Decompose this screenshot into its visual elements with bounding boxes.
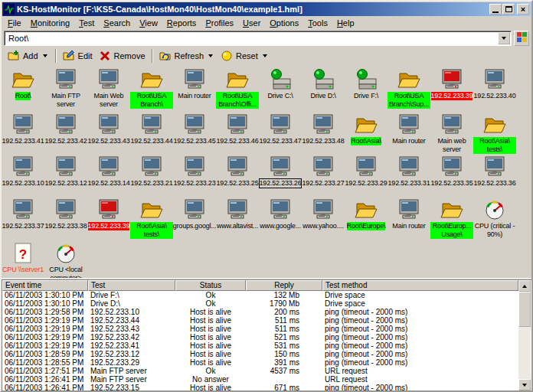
- test-item[interactable]: 192.52.233.36: [473, 155, 516, 198]
- test-item[interactable]: 192.52.233.47: [259, 113, 302, 155]
- log-row[interactable]: 06/11/2003 1:29:58 PM192.52.233.10Host i…: [2, 308, 518, 316]
- log-row[interactable]: 06/11/2003 1:29:19 PM192.52.233.43Host i…: [2, 325, 518, 333]
- test-item[interactable]: www.google...: [259, 198, 302, 241]
- test-item[interactable]: CPU <local computer>: [44, 241, 87, 278]
- log-row[interactable]: 06/11/2003 1:26:41 PM192.52.233.15Host i…: [2, 384, 518, 390]
- test-item[interactable]: 192.52.233.45: [173, 113, 216, 155]
- test-item[interactable]: 192.52.233.40: [473, 67, 516, 113]
- log-row[interactable]: 06/11/2003 1:30:10 PMDrive F:\Ok132 MbDr…: [2, 291, 518, 299]
- log-row[interactable]: 06/11/2003 1:26:41 PMMain FTP serverNo a…: [2, 375, 518, 384]
- test-item[interactable]: www.yahoo....: [302, 198, 345, 241]
- test-item[interactable]: Main Web server: [87, 67, 130, 113]
- minimize-button[interactable]: [489, 4, 502, 15]
- test-item[interactable]: 192.52.233.25: [216, 155, 259, 198]
- test-item[interactable]: Root\Asia\: [345, 113, 387, 155]
- log-row[interactable]: 06/11/2003 1:29:19 PM192.52.233.41Host i…: [2, 341, 518, 350]
- menu-item-test[interactable]: Test: [74, 18, 99, 28]
- column-header-test[interactable]: Test: [88, 280, 175, 291]
- test-item[interactable]: 192.52.233.23: [173, 155, 216, 198]
- test-item[interactable]: Root\Asia\ tests\: [473, 113, 516, 155]
- menu-item-file[interactable]: File: [3, 18, 26, 28]
- reset-button[interactable]: Reset: [217, 48, 272, 64]
- refresh-button[interactable]: Refresh: [156, 48, 218, 64]
- test-item[interactable]: Root\Europ... Usage\: [430, 198, 473, 241]
- remove-button[interactable]: Remove: [96, 48, 149, 64]
- test-item-label: 192.52.233.23: [174, 179, 216, 188]
- test-item[interactable]: ?CPU \\server1: [2, 241, 44, 278]
- dropdown-arrow-icon[interactable]: [41, 48, 49, 64]
- test-item[interactable]: Main router: [387, 198, 430, 241]
- test-item[interactable]: Main router: [173, 67, 216, 113]
- log-row[interactable]: 06/11/2003 1:28:59 PM192.52.233.12Host i…: [2, 350, 518, 358]
- test-item[interactable]: Root\USA Branch\: [130, 67, 173, 113]
- scrollbar-track[interactable]: [518, 292, 531, 379]
- test-item[interactable]: 192.52.233.41: [2, 113, 44, 155]
- test-item[interactable]: Root\Europe\: [345, 198, 387, 241]
- scrollbar-thumb[interactable]: [518, 292, 531, 327]
- menu-item-reports[interactable]: Reports: [162, 18, 201, 28]
- test-item[interactable]: 192.52.233.10: [2, 155, 44, 198]
- test-item[interactable]: 192.52.233.31: [387, 155, 430, 198]
- test-item[interactable]: Root\: [2, 67, 44, 113]
- test-item[interactable]: Drive D:\: [302, 67, 345, 113]
- test-item[interactable]: 192.52.233.48: [302, 113, 345, 155]
- test-item[interactable]: Root\USA Branch\Sup...: [387, 67, 430, 113]
- path-combo-value[interactable]: Root\: [5, 34, 498, 43]
- dropdown-arrow-icon[interactable]: [261, 48, 269, 64]
- test-item[interactable]: groups.googl...: [173, 198, 216, 241]
- scroll-up-button[interactable]: [518, 280, 531, 292]
- test-item[interactable]: Drive F:\: [345, 67, 387, 113]
- log-row[interactable]: 06/11/2003 1:29:19 PM192.52.233.42Host i…: [2, 333, 518, 341]
- test-item[interactable]: 192.52.233.14: [87, 155, 130, 198]
- test-item[interactable]: 192.52.233.29: [345, 155, 387, 198]
- menu-item-monitoring[interactable]: Monitoring: [26, 18, 74, 28]
- test-item[interactable]: 192.52.233.39: [430, 67, 473, 113]
- test-item[interactable]: Root\USA Branch\Offi...: [216, 67, 259, 113]
- title-bar[interactable]: KS-HostMonitor [F:\KS5-Canada\HostMon40\…: [2, 2, 531, 16]
- test-item[interactable]: 192.52.233.38: [44, 198, 87, 241]
- menu-item-help[interactable]: Help: [332, 18, 359, 28]
- log-row[interactable]: 06/11/2003 1:29:19 PM192.52.233.44Host i…: [2, 316, 518, 325]
- log-row[interactable]: 06/11/2003 1:30:10 PMDrive D:\Ok1790 MbD…: [2, 299, 518, 308]
- column-header-test-method[interactable]: Test method: [322, 280, 518, 291]
- test-item[interactable]: www.altavist...: [216, 198, 259, 241]
- log-row[interactable]: 06/11/2003 1:27:51 PMMain FTP serverOk45…: [2, 367, 518, 375]
- test-item[interactable]: 192.52.233.12: [44, 155, 87, 198]
- menu-item-profiles[interactable]: Profiles: [201, 18, 238, 28]
- test-item[interactable]: 192.52.233.26: [259, 155, 302, 198]
- dropdown-arrow-icon[interactable]: [207, 48, 214, 64]
- test-item[interactable]: Drive C:\: [259, 67, 302, 113]
- test-item[interactable]: 192.52.233.42: [44, 113, 87, 155]
- layout-grid-button[interactable]: [514, 31, 529, 46]
- test-item[interactable]: Root\Asia\ tests\: [130, 198, 173, 241]
- test-item[interactable]: Main FTP server: [44, 67, 87, 113]
- column-header-status[interactable]: Status: [175, 280, 246, 291]
- add-button[interactable]: Add: [5, 48, 52, 64]
- test-item[interactable]: 192.52.233.27: [302, 155, 345, 198]
- edit-button[interactable]: Edit: [60, 48, 96, 64]
- test-item[interactable]: 192.52.233.46: [216, 113, 259, 155]
- path-combo[interactable]: Root\: [4, 31, 512, 46]
- maximize-button[interactable]: [502, 4, 515, 15]
- menu-item-options[interactable]: Options: [265, 18, 303, 28]
- menu-item-view[interactable]: View: [135, 18, 162, 28]
- test-item[interactable]: 192.52.233.35: [430, 155, 473, 198]
- test-item[interactable]: 192.52.233.44: [130, 113, 173, 155]
- test-item[interactable]: 192.52.233.39: [87, 198, 130, 241]
- close-button[interactable]: ×: [517, 4, 529, 15]
- log-scrollbar[interactable]: [518, 280, 531, 390]
- menu-item-user[interactable]: User: [238, 18, 265, 28]
- test-item[interactable]: 192.52.233.37: [2, 198, 44, 241]
- test-item[interactable]: 192.52.233.21: [130, 155, 173, 198]
- test-item[interactable]: CPU (critical - 90%): [473, 198, 516, 241]
- combo-dropdown-button[interactable]: [498, 32, 510, 44]
- test-item[interactable]: Main router: [387, 113, 430, 155]
- scroll-down-button[interactable]: [518, 379, 531, 390]
- menu-item-search[interactable]: Search: [99, 18, 135, 28]
- menu-item-tools[interactable]: Tools: [303, 18, 332, 28]
- log-row[interactable]: 06/11/2003 1:28:55 PM192.52.233.29Host i…: [2, 358, 518, 367]
- test-item[interactable]: 192.52.233.43: [87, 113, 130, 155]
- test-item[interactable]: Main web server: [430, 113, 473, 155]
- column-header-event-time[interactable]: Event time: [2, 280, 88, 291]
- column-header-reply[interactable]: Reply: [246, 280, 322, 291]
